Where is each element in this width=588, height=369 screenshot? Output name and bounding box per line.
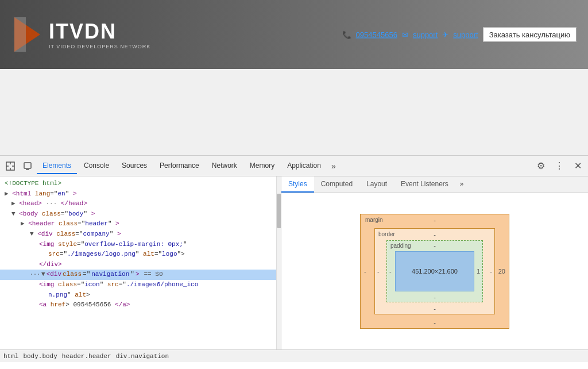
header-arrow[interactable]: ▶: [21, 220, 25, 227]
svg-marker-1: [14, 17, 26, 52]
box-model-container: margin - - 20 - border - - - -: [281, 193, 588, 349]
header-contact-area: 📞 0954545656 ✉ support ✈ support Заказат…: [342, 28, 577, 42]
page-content-area: [0, 69, 588, 155]
svg-rect-8: [26, 169, 29, 170]
tab-application[interactable]: Application: [281, 158, 327, 174]
tab-network[interactable]: Network: [206, 158, 243, 174]
border-right-value: -: [490, 229, 492, 314]
margin-right-value: 20: [498, 214, 505, 328]
logo-main-text: ITVDN: [49, 20, 150, 44]
head-arrow[interactable]: ▶: [11, 200, 16, 207]
inspect-element-button[interactable]: [2, 158, 18, 174]
phone-icon: 📞: [342, 30, 351, 39]
company-arrow[interactable]: ▼: [30, 230, 34, 237]
code-line-body: ▼ <body class="body" >: [0, 209, 276, 220]
settings-icon: ⚙: [537, 160, 545, 171]
body-arrow[interactable]: ▼: [11, 210, 16, 217]
devtools-settings-area: ⚙ ⋮ ✕: [533, 158, 586, 174]
more-options-icon: ⋮: [555, 160, 564, 171]
telegram-icon: ✈: [442, 30, 448, 39]
device-icon: [23, 162, 32, 171]
code-line-img-src: src="./images6/logo.png" alt="logo">: [0, 249, 276, 260]
code-line-doctype: <!DOCTYPE html>: [0, 179, 276, 189]
border-left-value: -: [377, 229, 380, 314]
padding-left-value: -: [389, 241, 392, 302]
margin-left-value: -: [364, 214, 366, 328]
website-header: ITVDN IT VIDEO DEVELOPERS NETWORK 📞 0954…: [0, 0, 588, 69]
devtools-panel: Elements Console Sources Performance Net…: [0, 155, 588, 362]
styles-tabs-bar: Styles Computed Layout Event Listeners »: [281, 176, 588, 193]
email-icon: ✉: [402, 30, 408, 39]
tab-performance[interactable]: Performance: [154, 158, 205, 174]
more-options-button[interactable]: ⋮: [551, 158, 567, 174]
code-line-head: ▶ <head> ··· </head>: [0, 199, 276, 209]
tab-layout[interactable]: Layout: [359, 176, 394, 193]
border-top-value: -: [375, 231, 494, 238]
padding-bottom-value: -: [387, 294, 482, 301]
tab-sources[interactable]: Sources: [116, 158, 153, 174]
inspect-icon: [6, 162, 15, 171]
code-line-div-close: </div>: [0, 260, 276, 270]
elements-scrollbar[interactable]: [276, 176, 281, 349]
website-preview: ITVDN IT VIDEO DEVELOPERS NETWORK 📞 0954…: [0, 0, 588, 155]
line-dots: ···: [30, 270, 40, 279]
tab-console[interactable]: Console: [78, 158, 115, 174]
code-line-img-phone2: n.png" alt>: [0, 290, 276, 301]
breadcrumb-nav[interactable]: div.navigation: [116, 353, 169, 360]
tab-memory[interactable]: Memory: [244, 158, 280, 174]
svg-rect-7: [24, 163, 31, 168]
devtools-topbar: Elements Console Sources Performance Net…: [0, 156, 588, 176]
devtools-breadcrumb: html body.body header.header div.navigat…: [0, 349, 588, 362]
code-line-navigation: ··· ▼ <div class="navigation" > == $0: [0, 270, 276, 280]
more-tabs-button[interactable]: »: [328, 159, 339, 173]
margin-bottom-value: -: [361, 319, 509, 326]
close-icon: ✕: [574, 160, 582, 171]
code-line-company: ▼ <div class="company" >: [0, 229, 276, 240]
tab-event-listeners[interactable]: Event Listeners: [394, 176, 455, 193]
support-telegram-link[interactable]: support: [453, 30, 478, 39]
padding-right-value: 1: [477, 241, 480, 302]
cta-button[interactable]: Заказать кансультацию: [483, 28, 577, 42]
tab-styles[interactable]: Styles: [281, 176, 314, 193]
code-line-header: ▶ <header class="header" >: [0, 219, 276, 229]
html-tag: <html: [12, 190, 31, 197]
elements-panel-inner: <!DOCTYPE html> ▶ <html lang="en" > ▶ <h…: [0, 176, 281, 349]
margin-box: margin - - 20 - border - - - -: [360, 214, 509, 329]
elements-scrollbar-thumb[interactable]: [277, 194, 281, 228]
code-line-img-phone: <img class="icon" src="./images6/phone_i…: [0, 280, 276, 290]
content-box: 451.200×21.600: [395, 251, 474, 291]
content-size: 451.200×21.600: [412, 268, 458, 275]
doctype-text: <!DOCTYPE html>: [5, 180, 61, 187]
elements-panel: <!DOCTYPE html> ▶ <html lang="en" > ▶ <h…: [0, 176, 281, 349]
html-arrow[interactable]: ▶: [5, 190, 9, 197]
logo-text-area: ITVDN IT VIDEO DEVELOPERS NETWORK: [49, 20, 150, 49]
padding-box: padding - - 1 - 451.200×21.600: [386, 240, 483, 302]
support-email-link[interactable]: support: [413, 30, 438, 39]
breadcrumb-html[interactable]: html: [3, 353, 18, 360]
html-lang-attr: lang: [35, 190, 50, 197]
code-line-img1: <img style="overflow-clip-margin: 0px;": [0, 240, 276, 250]
border-box: border - - - - padding - - 1 -: [374, 228, 495, 314]
breadcrumb-header[interactable]: header.header: [62, 353, 111, 360]
logo-area: ITVDN IT VIDEO DEVELOPERS NETWORK: [11, 14, 150, 55]
code-line-html: ▶ <html lang="en" >: [0, 189, 276, 199]
logo-sub-text: IT VIDEO DEVELOPERS NETWORK: [49, 44, 150, 49]
tab-computed[interactable]: Computed: [314, 176, 359, 193]
close-devtools-button[interactable]: ✕: [570, 158, 586, 174]
elements-content[interactable]: <!DOCTYPE html> ▶ <html lang="en" > ▶ <h…: [0, 176, 276, 349]
styles-more-button[interactable]: »: [455, 176, 469, 193]
nav-arrow[interactable]: ▼: [41, 270, 45, 280]
device-toggle-button[interactable]: [20, 158, 36, 174]
code-line-a-phone: <a href> 0954545656 </a>: [0, 300, 276, 310]
padding-top-value: -: [387, 242, 482, 249]
devtools-main-area: <!DOCTYPE html> ▶ <html lang="en" > ▶ <h…: [0, 176, 588, 349]
tab-elements[interactable]: Elements: [37, 158, 77, 174]
phone-link[interactable]: 0954545656: [356, 30, 397, 39]
margin-top-value: -: [361, 217, 509, 224]
breadcrumb-body[interactable]: body.body: [23, 353, 57, 360]
settings-button[interactable]: ⚙: [533, 158, 549, 174]
border-bottom-value: -: [375, 305, 494, 312]
logo-svg-icon: [11, 14, 43, 55]
styles-panel: Styles Computed Layout Event Listeners »…: [281, 176, 588, 349]
dollar-zero: == $0: [144, 270, 163, 280]
